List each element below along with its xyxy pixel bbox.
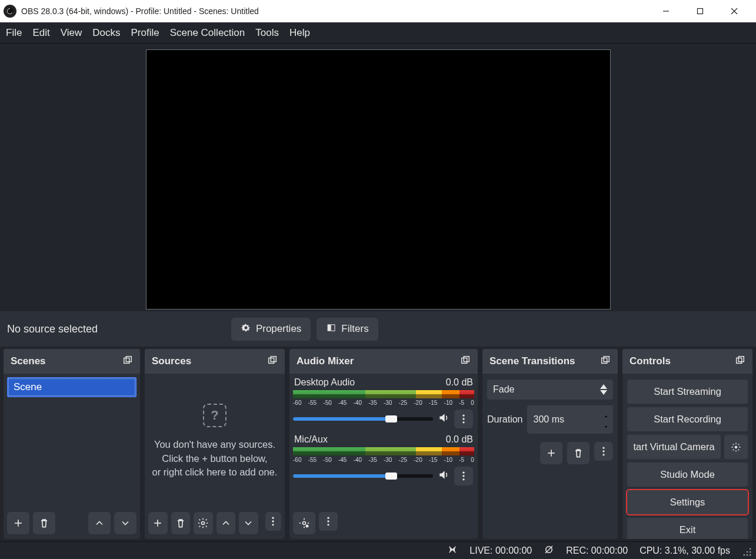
start-streaming-button[interactable]: Start Streaming — [627, 380, 748, 404]
popout-icon[interactable] — [735, 355, 745, 368]
sources-dock: Sources ? You don't have any sources. Cl… — [145, 349, 285, 539]
duration-spinner[interactable]: 300 ms — [527, 405, 613, 434]
question-icon: ? — [203, 404, 227, 427]
menu-docks[interactable]: Docks — [92, 27, 120, 39]
svg-marker-36 — [605, 415, 607, 417]
resize-grip-icon[interactable] — [742, 547, 750, 555]
volume-slider[interactable] — [293, 474, 433, 478]
properties-button[interactable]: Properties — [231, 318, 311, 341]
delete-transition-button[interactable] — [567, 442, 590, 464]
popout-icon[interactable] — [267, 355, 278, 368]
svg-point-26 — [462, 478, 464, 480]
svg-point-0 — [6, 8, 14, 15]
popout-icon[interactable] — [460, 355, 471, 368]
sources-empty-area[interactable]: ? You don't have any sources. Click the … — [145, 374, 285, 510]
svg-rect-43 — [737, 358, 742, 363]
scenes-dock: Scenes Scene — [4, 349, 140, 539]
gear-icon — [241, 322, 251, 336]
filters-icon — [326, 322, 337, 336]
add-scene-button[interactable] — [7, 512, 29, 534]
window-titlebar: OBS 28.0.3 (64-bit, windows) - Profile: … — [0, 0, 756, 22]
obs-logo-icon — [4, 5, 16, 18]
source-settings-button[interactable] — [194, 512, 213, 534]
svg-marker-37 — [605, 426, 607, 428]
status-cpu: CPU: 3.1%, 30.00 fps — [640, 545, 730, 556]
menu-view[interactable]: View — [61, 27, 82, 39]
channel-db: 0.0 dB — [446, 377, 473, 388]
channel-menu-button[interactable] — [454, 467, 473, 485]
svg-rect-19 — [462, 358, 467, 363]
settings-button[interactable]: Settings — [627, 490, 748, 514]
mixer-title: Audio Mixer — [297, 355, 354, 367]
scene-item[interactable]: Scene — [7, 377, 136, 397]
channel-menu-button[interactable] — [454, 410, 473, 428]
mixer-channel: Desktop Audio 0.0 dB -60-55-50-45-40-35-… — [293, 377, 474, 428]
menubar: File Edit View Docks Profile Scene Colle… — [0, 22, 756, 44]
svg-point-16 — [272, 517, 274, 519]
audio-meter — [293, 390, 474, 398]
close-button[interactable] — [724, 3, 744, 19]
svg-rect-5 — [328, 324, 331, 331]
menu-scene-collection[interactable]: Scene Collection — [170, 27, 245, 39]
status-bar: LIVE: 00:00:00 REC: 00:00:00 CPU: 3.1%, … — [0, 541, 756, 559]
svg-point-22 — [462, 418, 464, 420]
svg-rect-7 — [124, 358, 129, 363]
speaker-icon[interactable] — [438, 469, 449, 483]
mixer-advanced-button[interactable] — [293, 512, 315, 534]
scene-down-button[interactable] — [114, 512, 136, 534]
svg-rect-44 — [738, 356, 744, 361]
svg-point-25 — [462, 475, 464, 477]
window-title: OBS 28.0.3 (64-bit, windows) - Profile: … — [21, 6, 259, 16]
virtual-camera-settings-button[interactable] — [724, 435, 748, 459]
scene-up-button[interactable] — [88, 512, 111, 534]
popout-icon[interactable] — [600, 355, 611, 368]
svg-point-51 — [750, 554, 751, 555]
volume-slider[interactable] — [293, 417, 433, 421]
sources-empty-l3: or right click here to add one. — [152, 467, 278, 477]
sources-empty-l1: You don't have any sources. — [154, 439, 275, 450]
svg-point-49 — [750, 548, 751, 550]
svg-point-27 — [303, 522, 306, 525]
menu-tools[interactable]: Tools — [255, 27, 279, 39]
mixer-channel: Mic/Aux 0.0 dB -60-55-50-45-40-35-30-25-… — [293, 434, 474, 485]
source-up-button[interactable] — [217, 512, 236, 534]
svg-rect-20 — [464, 356, 469, 361]
maximize-button[interactable] — [690, 3, 710, 19]
source-menu-button[interactable] — [265, 512, 281, 531]
transition-select[interactable]: Fade — [487, 380, 613, 400]
studio-mode-button[interactable]: Studio Mode — [627, 462, 748, 487]
exit-button[interactable]: Exit — [627, 518, 748, 539]
svg-point-21 — [462, 415, 464, 417]
svg-point-29 — [327, 517, 329, 519]
start-virtual-camera-button[interactable]: tart Virtual Camera — [627, 435, 721, 459]
menu-profile[interactable]: Profile — [131, 27, 159, 39]
source-down-button[interactable] — [239, 512, 258, 534]
popout-icon[interactable] — [122, 355, 133, 368]
speaker-icon[interactable] — [438, 412, 449, 426]
add-transition-button[interactable] — [540, 442, 562, 464]
start-recording-button[interactable]: Start Recording — [627, 407, 748, 431]
duration-label: Duration — [487, 414, 522, 425]
delete-source-button[interactable] — [171, 512, 191, 534]
svg-rect-8 — [126, 356, 131, 361]
meter-ticks: -60-55-50-45-40-35-30-25-20-15-10-50 — [293, 455, 474, 463]
audio-mixer-dock: Audio Mixer Desktop Audio 0.0 dB -60-55-… — [289, 349, 478, 539]
minimize-button[interactable] — [656, 3, 676, 19]
no-source-label: No source selected — [7, 323, 98, 335]
menu-edit[interactable]: Edit — [32, 27, 49, 39]
add-source-button[interactable] — [148, 512, 168, 534]
transition-menu-button[interactable] — [594, 442, 613, 461]
svg-point-28 — [306, 525, 308, 527]
channel-name: Desktop Audio — [294, 377, 355, 388]
menu-file[interactable]: File — [6, 27, 22, 39]
svg-point-42 — [602, 454, 604, 455]
mixer-menu-button[interactable] — [319, 512, 338, 531]
sources-empty-l2: Click the + button below, — [162, 453, 267, 464]
audio-meter — [293, 447, 474, 455]
chevron-updown-icon — [605, 409, 607, 430]
preview-canvas[interactable] — [146, 49, 611, 310]
svg-rect-33 — [604, 356, 609, 361]
delete-scene-button[interactable] — [33, 512, 55, 534]
filters-button[interactable]: Filters — [317, 318, 378, 341]
menu-help[interactable]: Help — [289, 27, 310, 39]
